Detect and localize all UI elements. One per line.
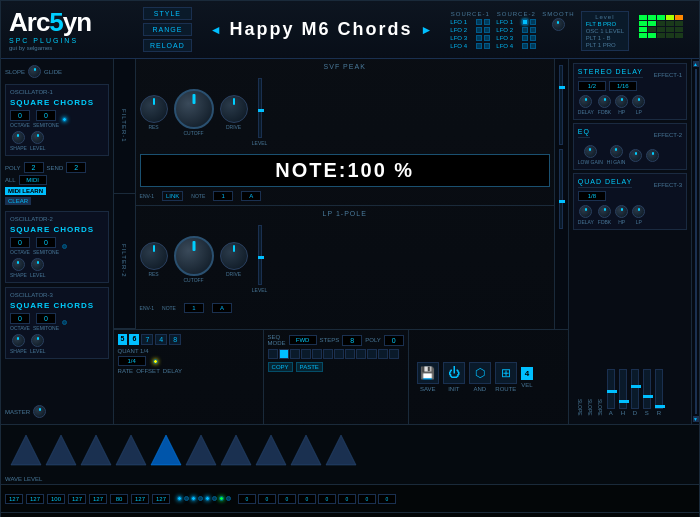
style-button[interactable]: STYLE (143, 7, 192, 20)
s-slider[interactable] (643, 369, 651, 409)
osc3-led[interactable] (62, 320, 67, 325)
lfo2-led2[interactable] (484, 27, 490, 33)
osc2-led[interactable] (62, 244, 67, 249)
f2-env-track[interactable] (258, 225, 262, 285)
lfo3-led2[interactable] (484, 35, 490, 41)
master-knob[interactable] (33, 405, 46, 418)
midi-learn-button[interactable]: MIDI LEARN (5, 187, 46, 195)
scroll-up-button[interactable]: ▲ (693, 61, 699, 67)
e1-fdbk-knob[interactable] (598, 95, 611, 108)
indicator-5[interactable] (205, 496, 210, 501)
seq-step-4[interactable] (301, 349, 311, 359)
e1-lp-knob[interactable] (632, 95, 645, 108)
indicator-7[interactable] (219, 496, 224, 501)
osc3-shape-knob[interactable] (12, 334, 25, 347)
indicator-8[interactable] (226, 496, 231, 501)
lfo1b-led[interactable] (522, 19, 528, 25)
f2-drive-knob[interactable] (220, 242, 248, 270)
seq-step-12[interactable] (389, 349, 399, 359)
e1-sub1[interactable]: 1/2 (578, 81, 606, 91)
e2-extra-knob[interactable] (629, 149, 642, 162)
seq-step-5[interactable] (312, 349, 322, 359)
indicator-4[interactable] (198, 496, 203, 501)
lfo4b-led2[interactable] (530, 43, 536, 49)
seq-step-2[interactable] (279, 349, 289, 359)
f2-cutoff-knob[interactable] (174, 236, 214, 276)
lfo3-led[interactable] (476, 35, 482, 41)
f2-res-knob[interactable] (140, 242, 168, 270)
seq-step-7[interactable] (334, 349, 344, 359)
e1-sub2[interactable]: 1/16 (609, 81, 637, 91)
e2-lowgain-knob[interactable] (584, 145, 597, 158)
lfo3b-led2[interactable] (530, 35, 536, 41)
lfo4b-led[interactable] (522, 43, 528, 49)
paste-button[interactable]: PASTE (296, 362, 323, 372)
lfo-val-select[interactable]: 1/4 (118, 356, 146, 366)
next-preset-button[interactable]: ► (413, 23, 441, 37)
seq-step-9[interactable] (356, 349, 366, 359)
lfo2b-led2[interactable] (530, 27, 536, 33)
filter1-tag[interactable]: FILTER-1 (114, 59, 135, 194)
scroll-track[interactable] (695, 69, 697, 414)
osc1-led[interactable] (62, 117, 67, 122)
scroll-down-button[interactable]: ▼ (693, 416, 699, 422)
indicator-2[interactable] (184, 496, 189, 501)
a-slider[interactable] (607, 369, 615, 409)
filter2-tag[interactable]: FILTER-2 (114, 194, 135, 329)
r-slider[interactable] (655, 369, 663, 409)
f1-link-button[interactable]: LINK (162, 191, 183, 201)
lfo-item-5[interactable]: 5 (118, 334, 128, 345)
e1-delay-knob[interactable] (579, 95, 592, 108)
and-action[interactable]: ⬡ AND (469, 362, 491, 392)
lfo1b-led2[interactable] (530, 19, 536, 25)
lfo-item-4[interactable]: 4 (155, 334, 167, 345)
seq-step-11[interactable] (378, 349, 388, 359)
lfo1-led[interactable] (476, 19, 482, 25)
e2-higain-knob[interactable] (610, 145, 623, 158)
lfo2b-led[interactable] (522, 27, 528, 33)
f1-drive-knob[interactable] (220, 95, 248, 123)
env-slide-2[interactable] (559, 149, 563, 229)
seq-mode-select[interactable]: FWD (289, 335, 317, 345)
e1-hp-knob[interactable] (615, 95, 628, 108)
osc1-level-knob[interactable] (31, 131, 44, 144)
e3-hp-knob[interactable] (615, 205, 628, 218)
smooth-knob[interactable] (552, 18, 565, 31)
seq-step-6[interactable] (323, 349, 333, 359)
f1-res-knob[interactable] (140, 95, 168, 123)
osc1-shape-knob[interactable] (12, 131, 25, 144)
d-slider[interactable] (631, 369, 639, 409)
osc2-shape-knob[interactable] (12, 258, 25, 271)
route-action[interactable]: ⊞ ROUTE (495, 362, 517, 392)
indicator-1[interactable] (177, 496, 182, 501)
prev-preset-button[interactable]: ◄ (202, 23, 230, 37)
osc2-level-knob[interactable] (31, 258, 44, 271)
range-button[interactable]: RANGE (143, 23, 192, 36)
seq-step-10[interactable] (367, 349, 377, 359)
midi-mode-select[interactable]: MIDI (19, 175, 47, 185)
e3-fdbk-knob[interactable] (598, 205, 611, 218)
lfo2-led[interactable] (476, 27, 482, 33)
h-slider[interactable] (619, 369, 627, 409)
save-action[interactable]: 💾 SAVE (417, 362, 439, 392)
init-action[interactable]: ⏻ INIT (443, 362, 465, 392)
indicator-6[interactable] (212, 496, 217, 501)
indicator-3[interactable] (191, 496, 196, 501)
lfo4-led2[interactable] (484, 43, 490, 49)
glide-knob[interactable] (28, 65, 41, 78)
lfo-item-8[interactable]: 8 (169, 334, 181, 345)
clear-button[interactable]: CLEAR (5, 197, 31, 205)
seq-step-8[interactable] (345, 349, 355, 359)
lfo4-led[interactable] (476, 43, 482, 49)
lfo1-led2[interactable] (484, 19, 490, 25)
env-slide-1[interactable] (559, 65, 563, 145)
lfo-item-7[interactable]: 7 (141, 334, 153, 345)
e2-extra-knob2[interactable] (646, 149, 659, 162)
lfo3b-led[interactable] (522, 35, 528, 41)
seq-step-1[interactable] (268, 349, 278, 359)
lfo-item-6[interactable]: 6 (129, 334, 139, 345)
osc3-level-knob[interactable] (31, 334, 44, 347)
f1-cutoff-knob[interactable] (174, 89, 214, 129)
e3-delay-knob[interactable] (579, 205, 592, 218)
copy-button[interactable]: COPY (268, 362, 293, 372)
